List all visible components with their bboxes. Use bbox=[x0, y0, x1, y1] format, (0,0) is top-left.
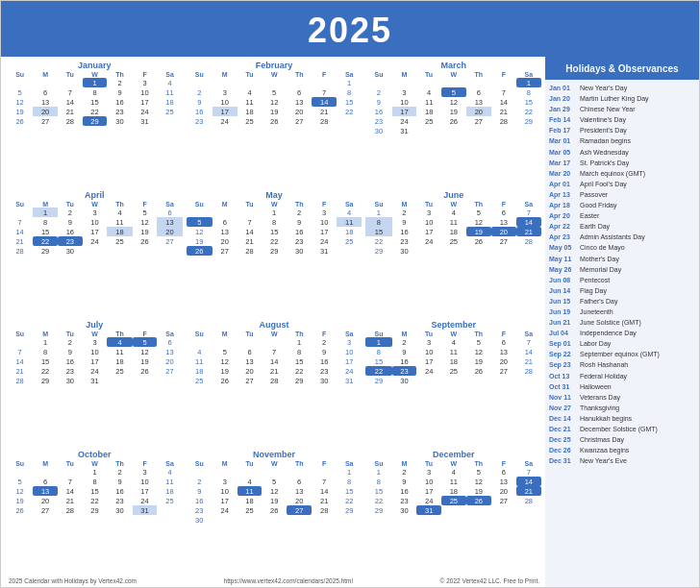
calendar-day: 13 bbox=[157, 217, 182, 227]
calendar-day: 18 bbox=[157, 486, 182, 496]
month-title-11: December bbox=[365, 450, 541, 459]
holiday-item: Jun 15Father's Day bbox=[549, 296, 695, 306]
calendar-day: 28 bbox=[58, 505, 83, 515]
calendar-day: 25 bbox=[107, 236, 132, 246]
calendar-day: 21 bbox=[312, 107, 337, 116]
calendar-day: 24 bbox=[392, 116, 417, 126]
calendar-day bbox=[157, 246, 182, 256]
calendar-day: 5 bbox=[212, 347, 238, 356]
calendar-day bbox=[212, 78, 238, 87]
calendar-day: 9 bbox=[58, 347, 83, 356]
holiday-item: May 26Memorial Day bbox=[549, 264, 695, 275]
calendar-day: 25 bbox=[441, 496, 466, 505]
calendar-day: 3 bbox=[416, 467, 441, 477]
month-table-10: SuMTuWThFSa12345678910111213141516171819… bbox=[187, 460, 362, 525]
calendar-day: 27 bbox=[466, 116, 491, 126]
calendar-day: 22 bbox=[83, 496, 108, 505]
calendar-day: 9 bbox=[187, 97, 212, 107]
calendar-day: 15 bbox=[83, 486, 108, 496]
calendar-day: 6 bbox=[33, 477, 58, 486]
month-table-0: SuMTuWThFSa12345678910111213141516171819… bbox=[7, 71, 183, 126]
calendar-day bbox=[83, 246, 108, 256]
holiday-date: Mar 17 bbox=[549, 159, 576, 167]
calendar-day bbox=[287, 78, 312, 87]
calendar-day: 2 bbox=[392, 337, 417, 347]
calendar-day: 28 bbox=[7, 376, 33, 385]
calendar-day: 22 bbox=[287, 366, 312, 376]
calendar-day: 4 bbox=[441, 467, 466, 477]
calendar-day bbox=[466, 376, 491, 385]
month-title-2: March bbox=[365, 61, 541, 70]
month-title-3: April bbox=[7, 190, 183, 200]
calendar-day: 19 bbox=[441, 107, 466, 116]
month-table-11: SuMTuWThFSa12345678910111213141516171819… bbox=[365, 460, 541, 515]
holiday-item: Nov 27Thanksgiving bbox=[549, 403, 695, 413]
calendar-day: 23 bbox=[187, 505, 212, 515]
month-february: FebruarySuMTuWThFSa123456789101112131415… bbox=[187, 61, 362, 186]
calendar-day: 6 bbox=[157, 337, 182, 347]
calendar-day: 17 bbox=[83, 356, 108, 366]
calendar-day: 11 bbox=[187, 356, 212, 366]
calendar-day: 22 bbox=[262, 236, 287, 246]
holidays-list: Jan 01New Year's DayJan 20Martin Luther … bbox=[545, 80, 699, 587]
calendar-day: 12 bbox=[133, 347, 158, 356]
calendar-day: 23 bbox=[107, 107, 132, 116]
holiday-item: Dec 25Christmas Day bbox=[549, 434, 695, 445]
calendar-day: 10 bbox=[212, 486, 238, 496]
calendar-day: 2 bbox=[107, 78, 132, 87]
calendar-day: 4 bbox=[416, 87, 441, 97]
calendar-day: 7 bbox=[516, 208, 541, 217]
calendar-day: 19 bbox=[187, 236, 212, 246]
calendar-day: 12 bbox=[441, 97, 466, 107]
calendar-day bbox=[238, 515, 262, 525]
calendar-day: 5 bbox=[7, 87, 33, 97]
calendar-day: 5 bbox=[262, 87, 287, 97]
calendar-day: 1 bbox=[33, 337, 58, 347]
calendar-day: 9 bbox=[392, 477, 417, 486]
holiday-name: Passover bbox=[580, 190, 608, 199]
calendar-day: 18 bbox=[238, 107, 262, 116]
calendar-day: 2 bbox=[312, 337, 337, 347]
calendar-day: 20 bbox=[491, 227, 516, 236]
calendar-day bbox=[107, 246, 132, 256]
calendar-day bbox=[337, 515, 362, 525]
holidays-sidebar: Holidays & Observances Jan 01New Year's … bbox=[545, 57, 699, 587]
calendar-day: 20 bbox=[157, 227, 182, 236]
holiday-name: Easter bbox=[580, 211, 599, 220]
month-title-10: November bbox=[187, 450, 362, 459]
calendar-day: 26 bbox=[466, 496, 491, 505]
calendar-day: 1 bbox=[337, 78, 362, 87]
calendar-day bbox=[212, 208, 238, 217]
holiday-date: Feb 14 bbox=[549, 115, 576, 124]
calendar-day: 10 bbox=[312, 217, 337, 227]
calendar-day: 15 bbox=[33, 227, 58, 236]
calendar-day: 2 bbox=[365, 87, 391, 97]
calendar-day: 27 bbox=[157, 236, 182, 246]
holiday-date: Jan 29 bbox=[549, 105, 576, 113]
holiday-item: Jul 04Independence Day bbox=[549, 328, 695, 338]
calendar-day: 14 bbox=[491, 97, 516, 107]
calendar-day: 8 bbox=[365, 477, 391, 486]
calendar-day bbox=[212, 515, 238, 525]
calendar-day: 25 bbox=[157, 107, 182, 116]
holiday-item: Mar 20March equinox (GMT) bbox=[549, 168, 695, 179]
calendar-day: 24 bbox=[416, 496, 441, 505]
calendar-day: 29 bbox=[262, 246, 287, 256]
calendar-day bbox=[491, 126, 516, 135]
holiday-date: Nov 27 bbox=[549, 404, 576, 412]
calendar-day bbox=[157, 376, 182, 385]
calendar-day: 26 bbox=[441, 116, 466, 126]
calendar-day: 21 bbox=[516, 486, 541, 496]
calendar-day: 26 bbox=[187, 246, 212, 256]
calendar-day: 9 bbox=[392, 347, 417, 356]
holiday-item: May 11Mother's Day bbox=[549, 254, 695, 264]
calendar-day: 25 bbox=[441, 366, 466, 376]
holiday-date: May 05 bbox=[549, 243, 576, 252]
calendar-day: 18 bbox=[441, 356, 466, 366]
holiday-item: Jan 29Chinese New Year bbox=[549, 104, 695, 114]
calendar-day: 3 bbox=[312, 208, 337, 217]
calendar-day: 2 bbox=[187, 87, 212, 97]
calendar-day: 4 bbox=[441, 208, 466, 217]
calendar-day: 10 bbox=[392, 97, 417, 107]
calendar-day: 25 bbox=[187, 376, 212, 385]
